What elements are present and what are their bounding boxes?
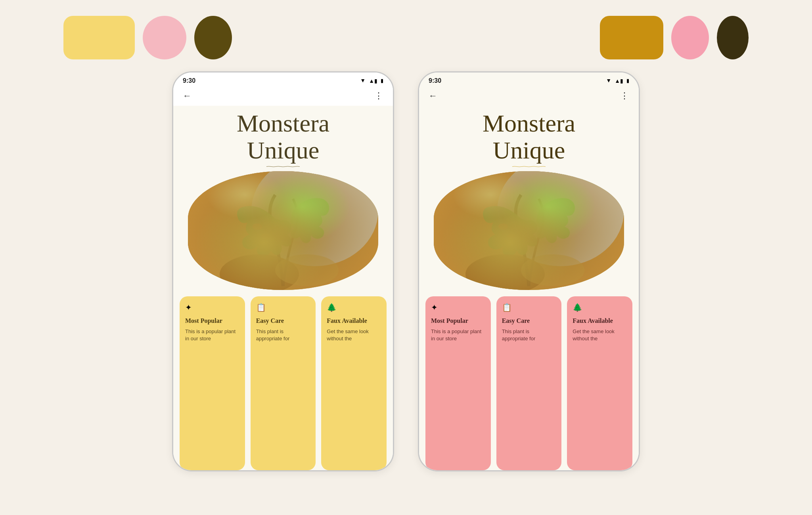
signal-icon-left: ▲▮ [369,78,377,84]
plant-name-right: Monstera Unique [427,110,631,164]
card-easy-care-right: 📋 Easy Care This plant is appropriate fo… [496,296,562,470]
phones-section: 9:30 ▼ ▲▮ ▮ ← ⋮ Monstera Unique [0,71,812,515]
top-section [0,0,812,71]
card-title-care-right: Easy Care [502,317,556,324]
swatch-brown [194,16,232,59]
plant-title-right: Monstera Unique [419,106,639,167]
card-icon-popular-right: ✦ [431,303,485,312]
swatch-darkbrown [717,16,749,59]
card-title-faux-left: Faux Available [327,317,381,324]
svg-point-5 [275,254,339,286]
svg-point-1 [251,171,378,266]
signal-icon-right: ▲▮ [615,78,623,84]
status-icons-right: ▼ ▲▮ ▮ [606,78,629,84]
svg-rect-0 [188,171,378,290]
card-title-popular-right: Most Popular [431,317,485,324]
card-icon-care-right: 📋 [502,303,556,312]
nav-bar-left: ← ⋮ [173,88,393,106]
svg-rect-6 [434,171,624,290]
swatch-gold [600,16,663,59]
card-title-faux-right: Faux Available [573,317,627,324]
svg-point-2 [253,223,262,230]
left-swatches [63,16,232,59]
wifi-icon-left: ▼ [360,78,366,84]
svg-point-11 [521,254,584,286]
status-bar-left: 9:30 ▼ ▲▮ ▮ [173,72,393,88]
card-desc-care-left: This plant is appropriate for [256,328,310,342]
battery-icon-left: ▮ [381,78,383,84]
phone-right: 9:30 ▼ ▲▮ ▮ ← ⋮ Monstera Unique [418,71,640,471]
card-icon-faux-left: 🌲 [327,303,381,312]
right-swatches [600,16,749,59]
phone-right-screen: 9:30 ▼ ▲▮ ▮ ← ⋮ Monstera Unique [419,72,639,470]
card-title-care-left: Easy Care [256,317,310,324]
svg-point-7 [497,171,624,266]
svg-point-10 [465,254,545,290]
plant-name-left: Monstera Unique [181,110,385,164]
time-right: 9:30 [429,77,441,84]
back-button-left[interactable]: ← [183,91,192,101]
svg-point-8 [498,223,508,230]
wifi-icon-right: ▼ [606,78,611,84]
svg-point-3 [261,234,269,239]
phone-left-screen: 9:30 ▼ ▲▮ ▮ ← ⋮ Monstera Unique [173,72,393,470]
cards-row-left: ✦ Most Popular This is a popular plant i… [173,290,393,470]
card-desc-care-right: This plant is appropriate for [502,328,556,342]
svg-point-4 [220,254,299,290]
swatch-pink [143,16,186,59]
phone-left: 9:30 ▼ ▲▮ ▮ ← ⋮ Monstera Unique [172,71,394,471]
card-easy-care-left: 📋 Easy Care This plant is appropriate fo… [251,296,316,470]
card-icon-popular-left: ✦ [185,303,239,312]
card-most-popular-left: ✦ Most Popular This is a popular plant i… [180,296,245,470]
card-desc-popular-left: This is a popular plant in our store [185,328,239,342]
battery-icon-right: ▮ [626,78,629,84]
plant-image-container-left [173,167,393,290]
card-faux-left: 🌲 Faux Available Get the same look witho… [321,296,387,470]
card-icon-faux-right: 🌲 [573,303,627,312]
card-title-popular-left: Most Popular [185,317,239,324]
plant-image-left [188,171,378,290]
status-bar-right: 9:30 ▼ ▲▮ ▮ [419,72,639,88]
swatch-yellow [63,16,135,59]
plant-title-left: Monstera Unique [173,106,393,167]
svg-point-9 [507,234,515,239]
card-desc-faux-left: Get the same look without the [327,328,381,342]
plant-image-right [434,171,624,290]
nav-bar-right: ← ⋮ [419,88,639,106]
time-left: 9:30 [183,77,195,84]
swatch-pink2 [671,16,709,59]
card-icon-care-left: 📋 [256,303,310,312]
card-most-popular-right: ✦ Most Popular This is a popular plant i… [425,296,491,470]
card-faux-right: 🌲 Faux Available Get the same look witho… [567,296,632,470]
more-button-left[interactable]: ⋮ [374,91,383,101]
status-icons-left: ▼ ▲▮ ▮ [360,78,383,84]
plant-image-container-right [419,167,639,290]
card-desc-faux-right: Get the same look without the [573,328,627,342]
more-button-right[interactable]: ⋮ [620,91,629,101]
cards-row-right: ✦ Most Popular This is a popular plant i… [419,290,639,470]
card-desc-popular-right: This is a popular plant in our store [431,328,485,342]
back-button-right[interactable]: ← [429,91,437,101]
